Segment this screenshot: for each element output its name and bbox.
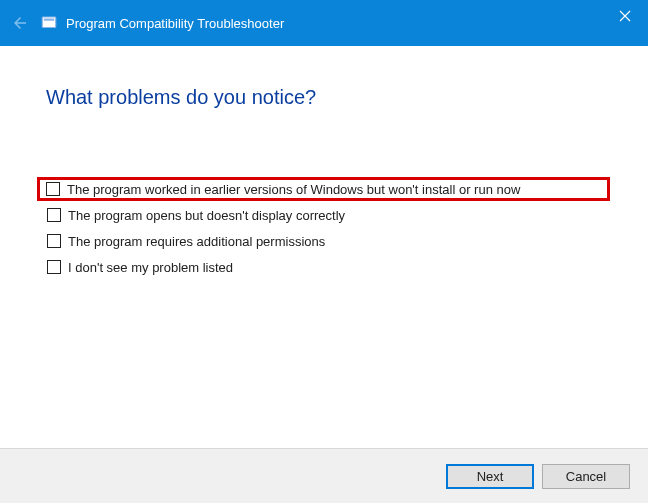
problem-option[interactable]: The program worked in earlier versions o… [37, 177, 610, 201]
option-label: I don't see my problem listed [68, 260, 233, 275]
checkbox[interactable] [47, 234, 61, 248]
option-label: The program opens but doesn't display co… [68, 208, 345, 223]
close-icon [619, 10, 631, 22]
checkbox[interactable] [47, 208, 61, 222]
problem-option[interactable]: I don't see my problem listed [46, 255, 610, 279]
troubleshooter-icon [40, 14, 58, 32]
back-arrow-button[interactable] [0, 0, 40, 46]
window-title: Program Compatibility Troubleshooter [66, 16, 284, 31]
content-area: What problems do you notice? The program… [0, 46, 648, 448]
svg-rect-1 [44, 19, 55, 21]
back-arrow-icon [11, 14, 29, 32]
problem-option[interactable]: The program requires additional permissi… [46, 229, 610, 253]
problem-options: The program worked in earlier versions o… [46, 177, 610, 279]
checkbox[interactable] [47, 260, 61, 274]
titlebar: Program Compatibility Troubleshooter [0, 0, 648, 46]
page-heading: What problems do you notice? [46, 86, 610, 109]
option-label: The program worked in earlier versions o… [67, 182, 520, 197]
checkbox[interactable] [46, 182, 60, 196]
option-label: The program requires additional permissi… [68, 234, 325, 249]
problem-option[interactable]: The program opens but doesn't display co… [46, 203, 610, 227]
close-button[interactable] [602, 0, 648, 32]
next-button[interactable]: Next [446, 464, 534, 489]
cancel-button[interactable]: Cancel [542, 464, 630, 489]
footer: Next Cancel [0, 448, 648, 503]
